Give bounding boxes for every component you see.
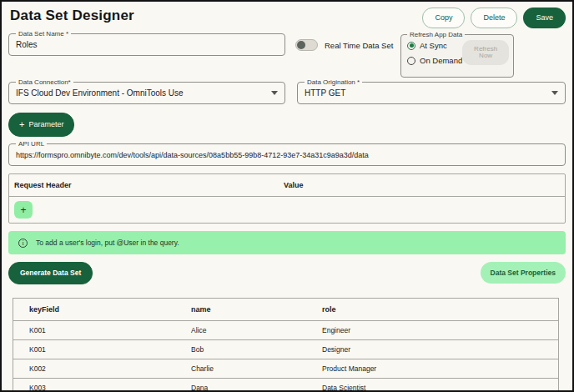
column-role: role bbox=[306, 299, 558, 320]
data-set-name-field[interactable]: Data Set Name * bbox=[8, 33, 285, 56]
real-time-toggle-label: Real Time Data Set bbox=[325, 41, 393, 50]
cell-role: Designer bbox=[306, 340, 558, 359]
request-header-table: Request Header Value + bbox=[8, 173, 566, 224]
table-row: K002 Charlie Product Manager bbox=[13, 359, 558, 379]
data-set-table: keyField name role K001 Alice Engineer K… bbox=[13, 298, 559, 392]
plus-icon: + bbox=[20, 205, 26, 215]
cell-keyfield: K001 bbox=[13, 321, 175, 339]
refresh-app-data-group: Refresh App Data At Sync On Demand Refre… bbox=[400, 31, 514, 78]
cell-name: Dana bbox=[175, 379, 306, 392]
table-row: K001 Bob Designer bbox=[13, 340, 558, 359]
cell-name: Charlie bbox=[175, 359, 306, 378]
data-origination-label: Data Origination * bbox=[305, 78, 362, 86]
api-url-field[interactable]: API URL bbox=[8, 143, 566, 166]
radio-at-sync-label: At Sync bbox=[420, 41, 447, 50]
cell-keyfield: K001 bbox=[13, 340, 175, 359]
add-parameter-button[interactable]: + Parameter bbox=[8, 113, 74, 137]
cell-role: Data Scientist bbox=[306, 379, 558, 392]
real-time-toggle-group: Real Time Data Set bbox=[295, 39, 393, 51]
cell-keyfield: K003 bbox=[13, 379, 175, 392]
actions-row: Generate Data Set Data Set Properties bbox=[8, 262, 566, 284]
top-bar: Data Set Designer Copy Delete Save bbox=[2, 2, 572, 27]
api-url-input[interactable] bbox=[16, 151, 558, 159]
chevron-down-icon bbox=[551, 91, 558, 95]
refresh-radio-group: At Sync On Demand bbox=[407, 41, 462, 65]
column-keyfield: keyField bbox=[13, 299, 175, 320]
cell-keyfield: K002 bbox=[13, 359, 175, 378]
add-parameter-label: Parameter bbox=[28, 121, 63, 128]
name-and-refresh-row: Data Set Name * Real Time Data Set Refre… bbox=[8, 33, 566, 80]
info-icon: i bbox=[18, 239, 28, 248]
connection-row: Data Connection* IFS Cloud Dev Environme… bbox=[8, 82, 566, 104]
cell-role: Product Manager bbox=[306, 359, 558, 378]
plus-icon: + bbox=[19, 120, 24, 129]
data-connection-label: Data Connection* bbox=[16, 78, 73, 86]
cell-name: Alice bbox=[175, 321, 306, 339]
refresh-now-button[interactable]: Refresh Now bbox=[462, 40, 509, 65]
real-time-toggle[interactable] bbox=[295, 39, 318, 51]
table-row: K001 Alice Engineer bbox=[13, 321, 558, 340]
cell-role: Engineer bbox=[306, 321, 558, 339]
info-banner-text: To add a user's login, put @User in the … bbox=[36, 239, 179, 247]
data-set-name-input[interactable] bbox=[16, 40, 278, 49]
data-set-name-label: Data Set Name * bbox=[16, 30, 71, 38]
cell-name: Bob bbox=[175, 340, 306, 359]
radio-on-demand-label: On Demand bbox=[420, 56, 462, 65]
request-header-table-head: Request Header Value bbox=[9, 174, 565, 197]
copy-button[interactable]: Copy bbox=[422, 8, 465, 28]
toggle-knob-icon bbox=[297, 41, 305, 49]
value-column: Value bbox=[279, 174, 565, 196]
generate-data-set-button[interactable]: Generate Data Set bbox=[8, 262, 93, 284]
save-button[interactable]: Save bbox=[523, 8, 566, 28]
data-origination-select[interactable]: Data Origination * HTTP GET bbox=[297, 82, 566, 104]
table-row: K003 Dana Data Scientist bbox=[13, 379, 558, 392]
add-request-header-button[interactable]: + bbox=[14, 201, 33, 219]
chevron-down-icon bbox=[271, 91, 278, 95]
page-title: Data Set Designer bbox=[10, 8, 134, 24]
info-banner: i To add a user's login, put @User in th… bbox=[8, 231, 566, 254]
header-actions: Copy Delete Save bbox=[422, 8, 566, 28]
api-url-label: API URL bbox=[16, 140, 47, 148]
data-origination-value: HTTP GET bbox=[305, 88, 546, 98]
refresh-app-data-legend: Refresh App Data bbox=[407, 31, 465, 38]
data-set-properties-button[interactable]: Data Set Properties bbox=[481, 262, 566, 284]
column-name: name bbox=[175, 299, 306, 320]
data-connection-select[interactable]: Data Connection* IFS Cloud Dev Environme… bbox=[8, 82, 285, 104]
delete-button[interactable]: Delete bbox=[471, 8, 517, 28]
radio-selected-icon bbox=[407, 42, 415, 50]
radio-unselected-icon bbox=[407, 57, 415, 65]
table-header-row: keyField name role bbox=[13, 299, 558, 321]
request-header-table-body: + bbox=[9, 197, 565, 223]
radio-at-sync[interactable]: At Sync bbox=[407, 41, 462, 50]
data-connection-value: IFS Cloud Dev Environment - OmniTools Us… bbox=[16, 88, 266, 98]
request-header-column: Request Header bbox=[9, 174, 279, 196]
radio-on-demand[interactable]: On Demand bbox=[407, 56, 462, 65]
